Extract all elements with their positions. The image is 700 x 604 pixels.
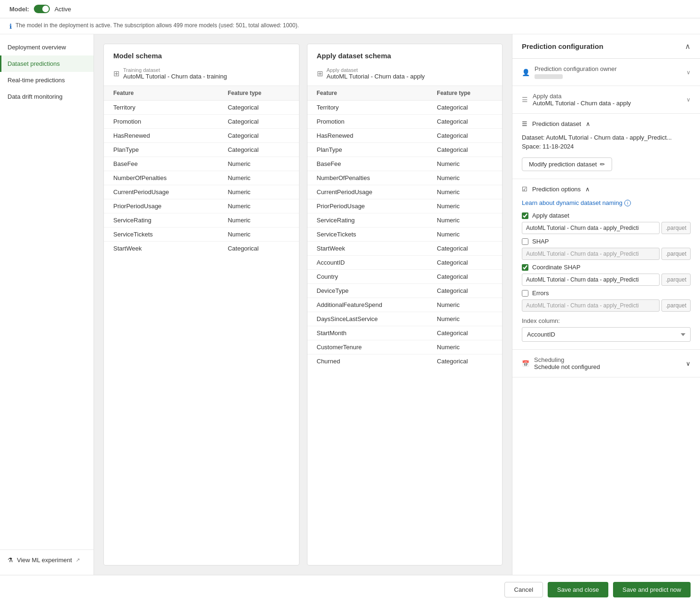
- table-row: StartWeekCategorical: [307, 242, 503, 256]
- apply-data-value: AutoML Tutorial - Churn data - apply: [533, 100, 682, 107]
- index-column-select[interactable]: AccountID: [522, 327, 691, 342]
- errors-input[interactable]: [522, 299, 660, 312]
- shap-checkbox[interactable]: [522, 238, 528, 245]
- scheduling-section: 📅 Scheduling Schedule not configured ∨: [512, 350, 700, 377]
- sidebar-item-data-drift-monitoring[interactable]: Data drift monitoring: [0, 88, 94, 105]
- person-icon: 👤: [522, 69, 530, 76]
- model-schema-dataset-header: ⊞ Training dataset AutoML Tutorial - Chu…: [104, 63, 299, 86]
- errors-checkbox[interactable]: [522, 290, 528, 297]
- prediction-options-chevron-icon: ∧: [585, 186, 590, 193]
- edit-icon: ✏: [600, 161, 605, 168]
- prediction-options-section: ☑ Prediction options ∧ Learn about dynam…: [512, 179, 700, 350]
- sidebar-item-realtime-predictions[interactable]: Real-time predictions: [0, 72, 94, 88]
- type-cell: Numeric: [427, 185, 502, 199]
- apply-dataset-info: Apply dataset AutoML Tutorial - Churn da…: [327, 67, 425, 80]
- type-cell: Numeric: [218, 199, 299, 213]
- owner-section-header[interactable]: 👤 Prediction configuration owner ∨: [512, 59, 700, 86]
- prediction-dataset-header[interactable]: ☰ Prediction dataset ∧: [512, 114, 700, 134]
- save-close-button[interactable]: Save and close: [548, 582, 608, 597]
- feature-cell: Territory: [307, 101, 428, 115]
- feature-cell: NumberOfPenalties: [307, 171, 428, 185]
- feature-cell: Territory: [104, 101, 218, 115]
- feature-cell: BaseFee: [307, 157, 428, 171]
- type-cell: Categorical: [218, 242, 299, 256]
- feature-cell: NumberOfPenalties: [104, 171, 218, 185]
- table-row: NumberOfPenaltiesNumeric: [104, 171, 299, 185]
- learn-link[interactable]: Learn about dynamic dataset naming i: [522, 199, 631, 206]
- index-column-container: Index column: AccountID: [522, 317, 691, 342]
- table-row: StartWeekCategorical: [104, 242, 299, 256]
- shap-input-row: .parquet: [522, 248, 691, 260]
- apply-dataset-checkbox[interactable]: [522, 212, 528, 219]
- feature-cell: DeviceType: [307, 284, 428, 298]
- apply-dataset-name: AutoML Tutorial - Churn data - apply: [327, 73, 425, 80]
- index-column-label: Index column:: [522, 317, 691, 324]
- coordinate-shap-suffix: .parquet: [661, 274, 691, 286]
- type-cell: Categorical: [427, 270, 502, 284]
- scheduling-chevron-icon: ∨: [686, 360, 691, 367]
- scheduling-header[interactable]: 📅 Scheduling Schedule not configured ∨: [512, 350, 700, 377]
- feature-cell: ServiceTickets: [104, 227, 218, 242]
- coordinate-shap-input-row: .parquet: [522, 274, 691, 286]
- type-cell: Categorical: [427, 101, 502, 115]
- sidebar-item-dataset-predictions[interactable]: Dataset predictions: [0, 55, 94, 72]
- errors-label: Errors: [522, 290, 691, 297]
- errors-option: Errors .parquet: [522, 290, 691, 312]
- owner-section-title: Prediction configuration owner: [535, 65, 682, 72]
- prediction-options-header[interactable]: ☑ Prediction options ∧: [512, 179, 700, 199]
- model-dataset-name: AutoML Tutorial - Churn data - training: [123, 73, 227, 80]
- table-row: PromotionCategorical: [307, 115, 503, 129]
- apply-schema-table: Feature Feature type TerritoryCategorica…: [307, 86, 503, 368]
- prediction-dataset-section: ☰ Prediction dataset ∧ Dataset: AutoML T…: [512, 114, 700, 179]
- feature-cell: StartWeek: [104, 242, 218, 256]
- apply-schema-title: Apply dataset schema: [307, 44, 503, 63]
- apply-data-section-header[interactable]: ☰ Apply data AutoML Tutorial - Churn dat…: [512, 86, 700, 113]
- apply-data-chevron-icon: ∨: [686, 96, 691, 103]
- coordinate-shap-input[interactable]: [522, 274, 660, 286]
- apply-dataset-label: Apply dataset: [327, 67, 425, 73]
- type-cell: Numeric: [427, 199, 502, 213]
- prediction-options-icon: ☑: [522, 186, 527, 193]
- feature-cell: Churned: [307, 354, 428, 369]
- feature-cell: CurrentPeriodUsage: [307, 185, 428, 199]
- table-row: TerritoryCategorical: [307, 101, 503, 115]
- learn-link-text: Learn about dynamic dataset naming: [522, 199, 622, 206]
- shap-input[interactable]: [522, 248, 660, 260]
- type-cell: Numeric: [218, 213, 299, 227]
- view-ml-experiment-link[interactable]: ⚗ View ML experiment ↗: [0, 549, 94, 570]
- feature-cell: AccountID: [307, 256, 428, 270]
- cancel-button[interactable]: Cancel: [504, 582, 543, 597]
- apply-dataset-option: Apply dataset .parquet: [522, 212, 691, 234]
- panel-collapse-button[interactable]: ∧: [685, 42, 691, 51]
- type-cell: Numeric: [427, 340, 502, 354]
- model-toggle[interactable]: [34, 5, 50, 13]
- prediction-dataset-label: Prediction dataset: [532, 120, 581, 127]
- type-cell: Categorical: [427, 129, 502, 143]
- apply-dataset-input[interactable]: [522, 222, 660, 234]
- feature-cell: PlanType: [104, 143, 218, 157]
- database-icon: ⊞: [113, 69, 119, 78]
- coordinate-shap-label: Coordinate SHAP: [522, 264, 691, 271]
- save-predict-button[interactable]: Save and predict now: [613, 582, 691, 597]
- coordinate-shap-checkbox[interactable]: [522, 264, 528, 271]
- feature-cell: CustomerTenure: [307, 340, 428, 354]
- type-cell: Categorical: [427, 115, 502, 129]
- sidebar-item-deployment-overview[interactable]: Deployment overview: [0, 39, 94, 55]
- owner-section: 👤 Prediction configuration owner ∨: [512, 59, 700, 86]
- table-row: BaseFeeNumeric: [307, 157, 503, 171]
- feature-cell: ServiceRating: [104, 213, 218, 227]
- table-row: AdditionalFeatureSpendNumeric: [307, 298, 503, 312]
- modify-prediction-dataset-button[interactable]: Modify prediction dataset ✏: [522, 157, 612, 171]
- calendar-icon: 📅: [522, 360, 529, 367]
- table-row: ServiceRatingNumeric: [307, 213, 503, 227]
- modify-btn-label: Modify prediction dataset: [529, 161, 597, 168]
- feature-cell: BaseFee: [104, 157, 218, 171]
- model-schema-table: Feature Feature type TerritoryCategorica…: [104, 86, 299, 255]
- model-col-feature: Feature: [104, 86, 218, 101]
- feature-cell: PlanType: [307, 143, 428, 157]
- owner-chevron-icon: ∨: [686, 69, 691, 76]
- table-row: BaseFeeNumeric: [104, 157, 299, 171]
- footer-link-label: View ML experiment: [17, 557, 72, 564]
- model-label: Model:: [9, 6, 29, 13]
- type-cell: Categorical: [218, 115, 299, 129]
